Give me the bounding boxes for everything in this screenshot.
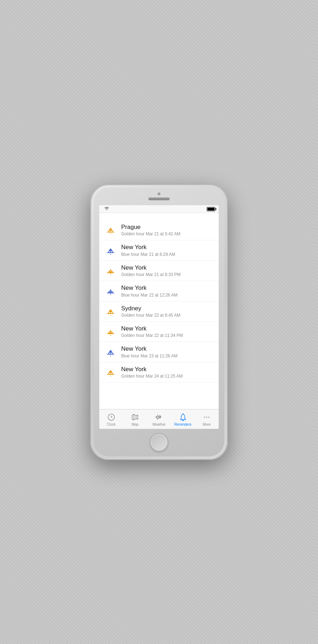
tab-bar: Clock Map Weather [99, 409, 219, 429]
reminder-text: New York Blue hour Mar 23 at 11:26 AM [121, 345, 177, 358]
status-left [103, 207, 109, 211]
reminder-icon-golden-down [104, 264, 117, 277]
tab-icon-weather [155, 413, 163, 421]
tab-weather[interactable]: Weather [147, 413, 171, 426]
reminder-item[interactable]: Prague Golden hour Mar 21 at 5:42 AM [99, 220, 219, 240]
reminder-detail: Blue hour Mar 21 at 6:29 AM [121, 252, 175, 257]
reminder-city: New York [121, 284, 177, 292]
reminder-text: New York Golden hour Mar 24 at 11:25 AM [121, 366, 183, 379]
reminder-icon-blue-down [104, 284, 117, 297]
reminder-item[interactable]: New York Golden hour Mar 24 at 11:25 AM [99, 362, 219, 383]
reminder-city: New York [121, 325, 183, 332]
reminder-icon-golden-up [104, 305, 117, 318]
reminder-text: New York Golden hour Mar 21 at 6:33 PM [121, 264, 181, 277]
reminder-text: Sydney Golden hour Mar 22 at 6:45 AM [121, 305, 180, 318]
reminder-text: New York Golden hour Mar 22 at 11:34 PM [121, 325, 183, 338]
reminder-list: Prague Golden hour Mar 21 at 5:42 AM New… [99, 220, 219, 383]
reminder-icon-golden-up [104, 224, 117, 236]
tab-clock[interactable]: Clock [99, 413, 123, 426]
reminder-detail: Golden hour Mar 22 at 11:34 PM [121, 333, 183, 338]
tab-map[interactable]: Map [123, 413, 147, 426]
tab-icon-reminders [179, 413, 187, 421]
reminder-city: New York [121, 244, 175, 251]
reminder-text: New York Blue hour Mar 21 at 6:29 AM [121, 244, 175, 257]
reminder-item[interactable]: Sydney Golden hour Mar 22 at 6:45 AM [99, 301, 219, 322]
reminder-icon-golden-up [104, 366, 117, 379]
tab-label-more: More [203, 422, 211, 426]
phone-body: Prague Golden hour Mar 21 at 5:42 AM New… [94, 188, 224, 456]
speaker-grille [148, 197, 170, 200]
svg-point-52 [206, 416, 207, 418]
screen: Prague Golden hour Mar 21 at 5:42 AM New… [99, 205, 219, 429]
reminder-detail: Blue hour Mar 22 at 12:26 AM [121, 293, 177, 298]
tab-more[interactable]: More [195, 413, 219, 426]
reminder-item[interactable]: New York Blue hour Mar 22 at 12:26 AM [99, 281, 219, 301]
tab-icon-clock [107, 413, 116, 421]
reminder-item[interactable]: New York Golden hour Mar 21 at 6:33 PM [99, 261, 219, 281]
battery-fill [207, 208, 214, 211]
tab-label-weather: Weather [152, 422, 166, 426]
reminder-detail: Golden hour Mar 21 at 6:33 PM [121, 272, 181, 277]
tab-label-clock: Clock [107, 422, 116, 426]
battery-icon [207, 207, 215, 211]
reminder-city: New York [121, 264, 181, 271]
wifi-icon [104, 207, 109, 211]
svg-point-53 [208, 416, 210, 418]
reminder-item[interactable]: New York Golden hour Mar 22 at 11:34 PM [99, 322, 219, 342]
home-button[interactable] [150, 433, 168, 452]
reminder-detail: Golden hour Mar 22 at 6:45 AM [121, 313, 180, 318]
reminder-icon-blue-up [104, 244, 117, 257]
reminder-city: New York [121, 366, 183, 373]
reminder-city: Sydney [121, 305, 180, 312]
reminder-item[interactable]: New York Blue hour Mar 23 at 11:26 AM [99, 342, 219, 362]
reminder-city: New York [121, 345, 177, 352]
reminder-detail: Blue hour Mar 23 at 11:26 AM [121, 353, 177, 358]
page-title [99, 213, 219, 220]
reminder-text: New York Blue hour Mar 22 at 12:26 AM [121, 284, 177, 297]
content-area[interactable]: Prague Golden hour Mar 21 at 5:42 AM New… [99, 213, 219, 409]
reminder-detail: Golden hour Mar 21 at 5:42 AM [121, 231, 180, 236]
tab-label-map: Map [132, 422, 139, 426]
svg-point-51 [204, 416, 205, 418]
reminder-detail: Golden hour Mar 24 at 11:25 AM [121, 374, 183, 379]
tab-icon-map [131, 413, 139, 421]
reminder-city: Prague [121, 224, 180, 231]
reminder-item[interactable]: New York Blue hour Mar 21 at 6:29 AM [99, 240, 219, 260]
tab-label-reminders: Reminders [174, 422, 191, 426]
tab-reminders[interactable]: Reminders [171, 413, 195, 426]
reminder-icon-golden-down [104, 325, 117, 338]
reminder-icon-blue-up [104, 346, 117, 358]
reminder-text: Prague Golden hour Mar 21 at 5:42 AM [121, 224, 180, 236]
tab-icon-more [202, 413, 211, 421]
speaker-area [148, 192, 170, 200]
phone-frame: Prague Golden hour Mar 21 at 5:42 AM New… [90, 184, 228, 460]
camera-dot [158, 192, 160, 195]
status-bar [99, 205, 219, 213]
